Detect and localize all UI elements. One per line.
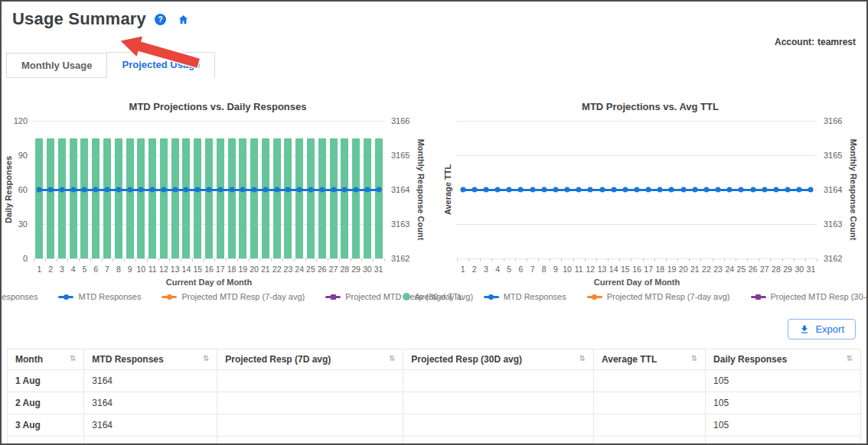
bar — [352, 138, 360, 259]
column-header[interactable]: Projected Resp (30D avg)⇅ — [403, 349, 594, 370]
y-axis-label-left: Daily Responses — [4, 156, 13, 223]
x-axis-tick — [339, 258, 340, 261]
data-point — [297, 187, 302, 193]
x-tick-label: 23 — [713, 265, 723, 274]
data-point — [785, 187, 791, 193]
chart-plot-area: Daily Responses Monthly Response Count C… — [34, 121, 384, 258]
account-label: Account: — [775, 37, 814, 47]
column-header-label: Projected Resp (7D avg) — [225, 354, 331, 365]
help-icon[interactable]: ? — [155, 14, 166, 25]
x-axis-tick — [135, 258, 136, 261]
x-tick-label: 16 — [204, 265, 214, 274]
account-info: Account:teamrest — [772, 37, 856, 47]
column-header[interactable]: Month⇅ — [8, 349, 84, 370]
x-axis-tick — [113, 258, 113, 261]
sort-icon[interactable]: ⇅ — [691, 354, 697, 362]
x-tick-label: 24 — [295, 265, 304, 274]
table-cell — [403, 392, 594, 414]
x-tick-label: 10 — [137, 265, 146, 274]
data-point — [354, 187, 359, 193]
chart-daily-responses: MTD Projections vs. Daily Responses Dail… — [2, 96, 434, 314]
sort-icon[interactable]: ⇅ — [70, 354, 76, 362]
x-axis-tick — [677, 258, 678, 261]
x-tick-label: 16 — [632, 265, 641, 274]
data-point — [116, 187, 121, 193]
column-header[interactable]: Average TTL⇅ — [593, 349, 705, 370]
table-cell: 105 — [706, 437, 861, 445]
sort-icon[interactable]: ⇅ — [847, 354, 853, 362]
bar — [239, 138, 246, 259]
legend-item[interactable]: MTD Responses — [484, 292, 566, 301]
table-cell — [593, 414, 705, 437]
legend-item[interactable]: Daily Responses — [0, 292, 38, 301]
legend-item[interactable]: Average TTL — [403, 292, 463, 301]
x-tick-label: 19 — [667, 265, 677, 274]
sort-icon[interactable]: ⇅ — [203, 354, 209, 362]
column-header-label: Month — [15, 354, 43, 365]
data-point — [139, 187, 144, 193]
left-axis-tick: 120 — [14, 116, 28, 125]
x-axis-tick — [226, 258, 227, 261]
x-axis-tick — [204, 258, 204, 261]
data-point — [376, 187, 381, 193]
x-axis-tick — [619, 258, 620, 261]
x-axis-tick — [181, 258, 181, 261]
x-tick-label: 11 — [575, 265, 583, 274]
x-axis-tick — [631, 258, 631, 261]
data-point — [669, 187, 674, 193]
x-axis-tick — [643, 258, 644, 261]
x-tick-label: 31 — [374, 265, 383, 274]
home-icon[interactable] — [178, 14, 189, 25]
data-point — [207, 187, 212, 193]
column-header[interactable]: MTD Responses⇅ — [84, 349, 217, 370]
sort-icon[interactable]: ⇅ — [389, 354, 395, 362]
legend-label: Projected MTD Resp (7-day avg) — [607, 292, 730, 301]
table-row: 4 Aug3164105 — [8, 437, 861, 445]
legend-label: Projected MTD Resp (7-day avg) — [181, 292, 305, 301]
x-axis-tick — [608, 258, 609, 261]
y-axis-label-right: Monthly Response Count — [416, 139, 426, 241]
x-tick-label: 28 — [772, 265, 781, 274]
x-tick-label: 17 — [644, 265, 653, 274]
data-point — [195, 187, 201, 193]
data-point — [364, 187, 370, 193]
x-tick-label: 8 — [542, 265, 547, 274]
export-button[interactable]: Export — [788, 319, 856, 339]
bar — [137, 138, 145, 259]
export-button-label: Export — [815, 323, 844, 335]
sort-icon[interactable]: ⇅ — [579, 354, 586, 362]
bar — [148, 138, 156, 259]
x-axis-tick — [713, 258, 713, 261]
x-axis-tick — [700, 258, 701, 261]
table-row: 2 Aug3164105 — [8, 392, 861, 414]
x-tick-label: 25 — [306, 265, 315, 274]
legend-label: Projected MTD Resp (30-day avg) — [771, 292, 868, 301]
legend-line-marker — [484, 294, 499, 300]
x-axis-tick — [550, 258, 550, 261]
legend-item[interactable]: Projected MTD Resp (30-day avg) — [751, 292, 868, 301]
tab-projected-usage[interactable]: Projected Usage — [106, 52, 215, 78]
x-tick-label: 1 — [461, 265, 465, 274]
column-header[interactable]: Projected Resp (7D avg)⇅ — [217, 349, 403, 370]
x-axis-tick — [724, 258, 725, 261]
legend-label: Average TTL — [415, 292, 463, 301]
table-cell: 3164 — [84, 414, 217, 437]
data-point — [48, 187, 54, 193]
x-axis-tick — [515, 258, 516, 261]
legend-item[interactable]: Projected MTD Resp (7-day avg) — [587, 292, 730, 301]
legend-item[interactable]: MTD Responses — [58, 292, 141, 301]
legend-item[interactable]: Projected MTD Resp (7-day avg) — [162, 292, 305, 301]
tab-monthly-usage[interactable]: Monthly Usage — [6, 53, 107, 78]
bar — [70, 138, 77, 259]
data-point — [229, 187, 234, 193]
x-tick-label: 12 — [586, 265, 596, 274]
column-header[interactable]: Daily Responses⇅ — [706, 349, 861, 370]
data-point — [635, 187, 640, 193]
x-tick-label: 13 — [171, 265, 180, 274]
data-point — [553, 187, 558, 193]
legend-line-marker — [325, 294, 341, 300]
right-axis-tick: 3165 — [824, 151, 842, 160]
x-tick-label: 24 — [725, 265, 734, 274]
bar — [250, 138, 258, 259]
left-axis-tick: 30 — [18, 219, 28, 229]
